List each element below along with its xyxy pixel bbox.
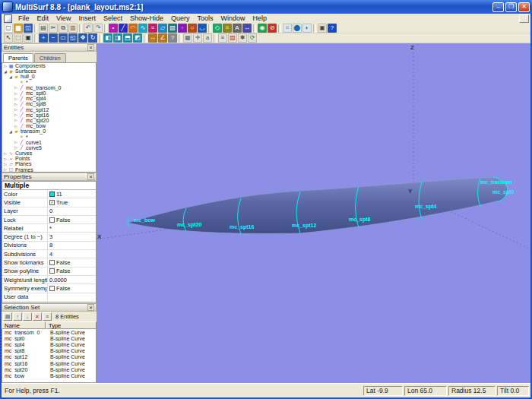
move-up-icon[interactable]: ↑ <box>13 312 22 321</box>
query-icon[interactable]: ? <box>168 33 177 43</box>
help-icon[interactable]: ? <box>328 24 337 33</box>
tree-item[interactable]: ╱ curve1 <box>2 140 96 145</box>
insert-text-icon[interactable]: A <box>233 24 242 33</box>
insert-dimension-icon[interactable]: ↔ <box>242 24 252 33</box>
tree-item[interactable]: ◆ Surfaces <box>2 68 96 74</box>
zoom-fit-icon[interactable]: ◱ <box>68 33 78 43</box>
settings-icon[interactable]: ✱ <box>238 33 247 43</box>
insert-ring-icon[interactable]: ○ <box>188 24 197 33</box>
viewport-3d[interactable]: X Y Z mc_bowmc_spt20mc_spt16mc_spt12mc_s… <box>97 43 530 383</box>
select-all-icon[interactable]: ▣ <box>24 33 33 43</box>
shaded-view-icon[interactable]: ⬤ <box>293 24 302 33</box>
move-down-icon[interactable]: ↓ <box>23 312 32 321</box>
close-panel-icon[interactable] <box>87 44 94 51</box>
layers-icon[interactable]: ≡ <box>218 33 227 43</box>
tree-item[interactable]: ╱ mc_transom_0 <box>2 85 96 90</box>
insert-bead-icon[interactable]: ◦ <box>178 24 187 33</box>
tree-item[interactable]: ◫ Frames <box>2 167 96 173</box>
menu-edit[interactable]: Edit <box>33 14 53 24</box>
select-pointer-icon[interactable]: ↖ <box>4 33 13 43</box>
menu-window[interactable]: Window <box>217 14 249 24</box>
selection-column-header[interactable]: Name <box>2 321 46 329</box>
maximize-button[interactable]: ❐ <box>505 2 517 12</box>
view-side-icon[interactable]: ◨ <box>113 33 122 43</box>
list-icon[interactable]: ≡ <box>43 312 52 321</box>
pan-icon[interactable]: ✥ <box>78 33 87 43</box>
redo-icon[interactable]: ↷ <box>93 24 103 33</box>
menu-view[interactable]: View <box>52 14 74 24</box>
tree-item[interactable]: ╱ mc_bow <box>2 123 96 128</box>
menu-help[interactable]: Help <box>249 14 271 24</box>
save-icon[interactable]: ◫ <box>24 24 33 33</box>
tree-item[interactable]: ╱ mc_spt12 <box>2 107 96 112</box>
rendered-view-icon[interactable]: ◐ <box>302 24 312 33</box>
tree-item[interactable]: ╱ mc_spt0 <box>2 90 96 96</box>
property-value[interactable]: False <box>48 216 96 223</box>
close-button[interactable]: ✕ <box>518 2 530 12</box>
selection-row[interactable]: mc_spt20 B-spline Curve <box>2 366 96 372</box>
tree-item[interactable]: ∿ Curves <box>2 150 96 156</box>
tree-item[interactable]: • Points <box>2 156 96 161</box>
menu-show-hide[interactable]: Show-Hide <box>126 14 167 24</box>
filter-icon[interactable]: ▤ <box>3 312 12 321</box>
property-value[interactable]: False <box>48 268 96 275</box>
tree-item[interactable]: ╱ mc_spt20 <box>2 118 96 123</box>
insert-point-icon[interactable]: • <box>109 24 118 33</box>
menu-insert[interactable]: Insert <box>74 14 100 24</box>
property-value[interactable]: 0.0000 <box>48 276 96 283</box>
menu-query[interactable]: Query <box>167 14 194 24</box>
close-panel-icon[interactable] <box>87 304 94 311</box>
tree-item[interactable]: ╱ mc_spt4 <box>2 96 96 101</box>
camera-icon[interactable]: ▣ <box>318 24 327 33</box>
rotate-view-icon[interactable]: ↻ <box>88 33 97 43</box>
tree-item[interactable]: ✳ * <box>2 80 96 85</box>
selection-row[interactable]: mc_spt0 B-spline Curve <box>2 335 96 341</box>
zoom-in-icon[interactable]: + <box>39 33 48 43</box>
insert-plane-icon[interactable]: ◇ <box>213 24 222 33</box>
select-fence-icon[interactable]: ⬚ <box>14 33 23 43</box>
wireframe-view-icon[interactable]: ⌗ <box>283 24 292 33</box>
tree-item[interactable]: ▰ transom_0 <box>2 128 96 134</box>
menu-tools[interactable]: Tools <box>193 14 217 24</box>
paste-icon[interactable]: ▥ <box>68 24 78 33</box>
mdi-close-icon[interactable] <box>519 14 529 23</box>
show-entity-icon[interactable]: ◉ <box>258 24 267 33</box>
measure-distance-icon[interactable]: ↔ <box>148 33 157 43</box>
insert-snake-icon[interactable]: ≈ <box>148 24 157 33</box>
grid-toggle-icon[interactable]: ▦ <box>183 33 192 43</box>
colors-icon[interactable]: ▨ <box>228 33 237 43</box>
selection-row[interactable]: mc_bow B-spline Curve <box>2 372 96 378</box>
zoom-out-icon[interactable]: − <box>49 33 58 43</box>
tab-parents[interactable]: Parents <box>3 53 33 62</box>
selection-row[interactable]: mc_spt8 B-spline Curve <box>2 348 96 354</box>
axes-toggle-icon[interactable]: ✛ <box>193 33 202 43</box>
menu-file[interactable]: File <box>14 14 33 24</box>
zoom-window-icon[interactable]: ▭ <box>59 33 68 43</box>
property-value[interactable]: 11 <box>48 190 96 198</box>
property-value[interactable]: True <box>48 198 96 206</box>
tree-item[interactable]: ▰ hull_0 <box>2 74 96 79</box>
tree-item[interactable]: ▱ Planes <box>2 161 96 166</box>
selection-row[interactable]: mc_transom_0 B-spline Curve <box>2 329 96 335</box>
property-value[interactable] <box>48 293 96 301</box>
tree-item[interactable]: ╱ curve5 <box>2 145 96 150</box>
insert-curve-icon[interactable]: ∿ <box>138 24 147 33</box>
cut-icon[interactable]: ✂ <box>49 24 58 33</box>
property-value[interactable]: 8 <box>48 242 96 249</box>
selection-row[interactable]: mc_spt4 B-spline Curve <box>2 341 96 347</box>
tree-item[interactable]: ✳ * <box>2 134 96 139</box>
tree-item[interactable]: ▦ Components <box>2 63 96 68</box>
print-icon[interactable]: ▤ <box>39 24 48 33</box>
view-perspective-icon[interactable]: ◩ <box>133 33 142 43</box>
insert-line-icon[interactable]: ╱ <box>119 24 128 33</box>
insert-solid-icon[interactable]: ▧ <box>168 24 177 33</box>
property-value[interactable]: False <box>48 284 96 292</box>
selection-row[interactable]: mc_spt12 B-spline Curve <box>2 354 96 360</box>
insert-surface-icon[interactable]: ▱ <box>158 24 167 33</box>
view-front-icon[interactable]: ◧ <box>103 33 112 43</box>
document-icon[interactable] <box>4 14 12 23</box>
open-folder-icon[interactable]: ▆ <box>14 24 23 33</box>
hide-entity-icon[interactable]: ⊘ <box>268 24 277 33</box>
tab-children[interactable]: Children <box>34 53 66 62</box>
selection-column-header[interactable]: Type <box>46 321 97 329</box>
